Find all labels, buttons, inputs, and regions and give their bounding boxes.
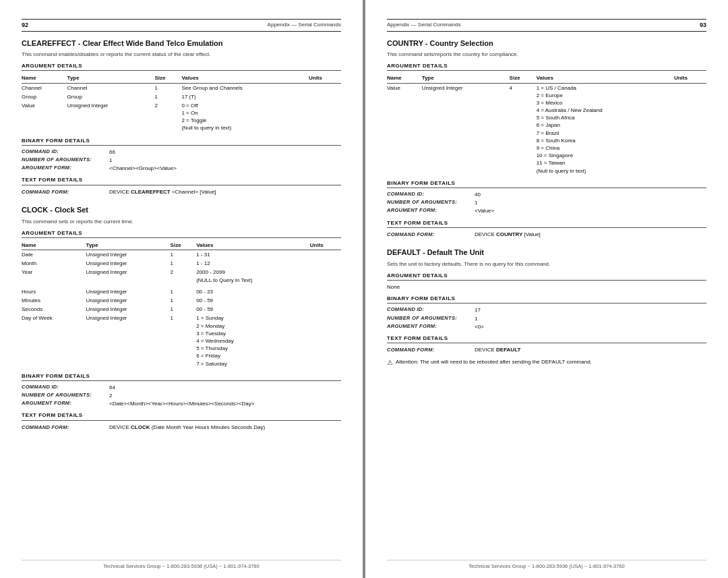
row-type: Unsigned Integer xyxy=(86,287,171,296)
num-args-value: 2 xyxy=(109,392,112,399)
row-size: 1 xyxy=(154,83,181,92)
row-units xyxy=(310,305,341,314)
left-page-number: 92 xyxy=(22,21,28,30)
col-size: Size xyxy=(154,74,181,83)
col-type: Type xyxy=(67,74,155,83)
row-name: Day of Week xyxy=(22,314,86,368)
cmd-row: Command Form: DEVICE DEFAULT xyxy=(387,346,706,354)
num-args-label: Number of Arguments: xyxy=(387,315,475,322)
cmd-id-value: 17 xyxy=(475,306,481,314)
num-args-value: 1 xyxy=(109,156,112,164)
table-row: Value Unsigned Integer 4 1 = US / Canada… xyxy=(387,83,706,175)
attention-box: ⚠ Attention: The unit will need to be re… xyxy=(387,358,706,368)
row-type: Group xyxy=(67,92,155,101)
col-units: Units xyxy=(309,74,341,83)
table-row: Day of Week Unsigned Integer 1 1 = Sunda… xyxy=(22,314,341,368)
none-text: None xyxy=(387,283,706,291)
default-text-label: TEXT FORM DETAILS xyxy=(387,335,706,343)
num-args-value: 1 xyxy=(475,315,477,322)
cmd-form-label: Command Form: xyxy=(387,347,475,354)
arg-form-label: Argument Form: xyxy=(387,323,475,330)
col-units: Units xyxy=(310,241,341,250)
country-title: COUNTRY - Country Selection xyxy=(387,38,706,49)
cmd-form-value: DEVICE CLEAREFFECT <Channel> [Value] xyxy=(109,188,216,196)
right-page-number: 93 xyxy=(700,21,706,30)
num-args-label: Number of Arguments: xyxy=(22,156,109,164)
row-values: 00 - 59 xyxy=(196,305,310,314)
country-desc: This command sets/reports the country fo… xyxy=(387,51,706,58)
country-binary-label: BINARY FORM DETAILS xyxy=(387,179,706,188)
cmd-id-label: Command ID: xyxy=(22,384,109,391)
num-args-value: 1 xyxy=(475,199,477,206)
cmd-id-label: Command ID: xyxy=(387,306,475,314)
right-page-footer: Technical Services Group ~ 1-800-283-593… xyxy=(387,560,706,571)
row-values: 17 (T) xyxy=(181,92,309,101)
arg-form-label: Argument Form: xyxy=(22,400,109,407)
table-row: Channel Channel 1 See Group and Channels xyxy=(22,83,341,92)
cleareffect-text-details: Command Form: DEVICE CLEAREFFECT <Channe… xyxy=(22,188,341,196)
col-type: Type xyxy=(422,74,510,83)
row-name: Value xyxy=(22,101,67,133)
cmd-form-label: Command Form: xyxy=(22,189,109,196)
default-text-details: Command Form: DEVICE DEFAULT xyxy=(387,346,706,354)
row-values: 1 - 31 xyxy=(196,250,310,260)
arg-form-label: Argument Form: xyxy=(22,165,109,172)
default-binary-details: Command ID: 17 Number of Arguments: 1 Ar… xyxy=(387,306,706,330)
cmd-bold-word: DEFAULT xyxy=(496,347,520,353)
clock-table: Name Type Size Values Units Date Unsigne… xyxy=(22,241,341,368)
row-units xyxy=(310,296,341,305)
row-size: 1 xyxy=(171,287,197,296)
arg-form-value: <Channel><Group><Value> xyxy=(109,165,177,172)
cmd-row: Command Form: DEVICE CLOCK (Date Month Y… xyxy=(22,424,341,432)
row-units xyxy=(309,83,341,92)
row-type: Unsigned Integer xyxy=(86,259,171,268)
table-row: Date Unsigned Integer 1 1 - 31 xyxy=(22,250,341,260)
row-size: 1 xyxy=(171,296,197,305)
arg-form-value: <Date><Month><Year><Hours><Minutes><Seco… xyxy=(109,400,254,407)
col-name: Name xyxy=(387,74,422,83)
binary-row: Number of Arguments: 1 xyxy=(387,199,706,206)
default-title: DEFAULT - Default The Unit xyxy=(387,248,706,258)
country-arg-label: ARGUMENT DETAILS xyxy=(387,62,706,71)
row-units xyxy=(674,83,706,175)
clock-title: CLOCK - Clock Set xyxy=(22,205,341,215)
row-size: 1 xyxy=(171,305,197,314)
col-size: Size xyxy=(510,74,537,83)
row-name: Value xyxy=(387,83,422,175)
cmd-row: Command Form: DEVICE CLEAREFFECT <Channe… xyxy=(22,188,341,196)
cmd-id-label: Command ID: xyxy=(387,191,475,198)
binary-row: Command ID: 40 xyxy=(387,191,706,198)
row-values: 00 - 23 xyxy=(196,287,310,296)
cmd-bold-word: COUNTRY xyxy=(496,231,522,237)
binary-row: Number of Arguments: 1 xyxy=(387,315,706,322)
row-size: 1 xyxy=(171,314,197,368)
row-type: Unsigned Integer xyxy=(86,314,171,368)
cleareffect-binary-label: BINARY FORM DETAILS xyxy=(22,137,341,146)
col-values: Values xyxy=(537,74,674,83)
row-units xyxy=(309,101,341,133)
table-row: Minutes Unsigned Integer 1 00 - 59 xyxy=(22,296,341,305)
cmd-id-label: Command ID: xyxy=(22,148,109,156)
cmd-form-value: DEVICE COUNTRY [Value] xyxy=(475,231,541,238)
row-units xyxy=(310,314,341,368)
clock-section: CLOCK - Clock Set This command sets or r… xyxy=(22,205,341,431)
row-size: 2 xyxy=(171,268,197,284)
row-name: Month xyxy=(22,259,86,268)
cmd-form-label: Command Form: xyxy=(387,231,475,239)
cmd-id-value: 40 xyxy=(475,191,481,198)
left-page-title: Appendix — Serial Commands xyxy=(268,21,341,28)
arg-form-value: <0> xyxy=(475,323,484,330)
row-size: 4 xyxy=(510,83,537,175)
row-units xyxy=(310,268,341,284)
binary-row: Argument Form: <Value> xyxy=(387,207,706,214)
cleareffect-desc: This command enables/disables or reports… xyxy=(22,51,341,58)
cleareffect-binary-details: Command ID: 66 Number of Arguments: 1 Ar… xyxy=(22,148,341,173)
row-units xyxy=(309,92,341,101)
cleareffect-text-label: TEXT FORM DETAILS xyxy=(22,176,341,185)
col-values: Values xyxy=(181,74,309,83)
cleareffect-title-text: CLEAREFFECT - Clear Effect Wide Band Tel… xyxy=(22,39,223,47)
cleareffect-section: CLEAREFFECT - Clear Effect Wide Band Tel… xyxy=(22,38,341,196)
col-name: Name xyxy=(22,74,67,83)
country-text-details: Command Form: DEVICE COUNTRY [Value] xyxy=(387,231,706,239)
row-values: 0 = Off1 = On2 = Toggle(Null to query in… xyxy=(181,101,309,133)
